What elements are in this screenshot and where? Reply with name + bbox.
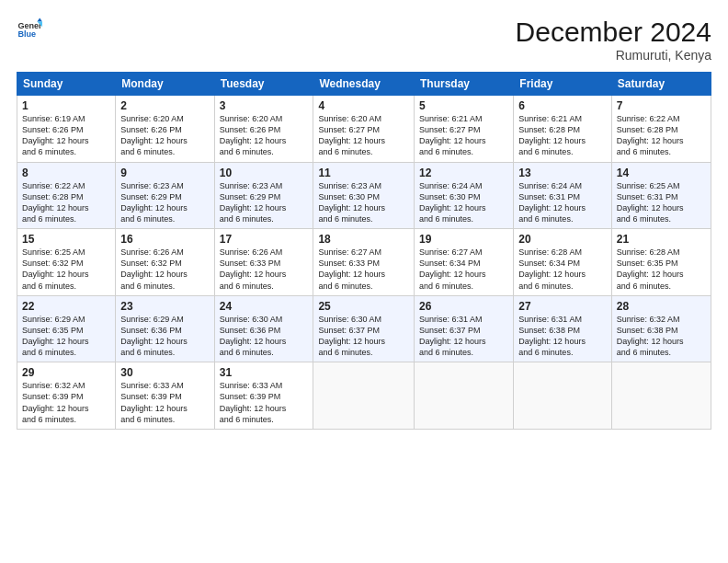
day-number: 6: [518, 99, 607, 112]
sunrise-label: Sunrise: 6:27 AM: [318, 247, 381, 257]
day-info: Sunrise: 6:19 AM Sunset: 6:26 PM Dayligh…: [22, 113, 110, 158]
day-number: 19: [419, 233, 508, 246]
day-number: 24: [220, 300, 309, 313]
table-row: 24 Sunrise: 6:30 AM Sunset: 6:36 PM Dayl…: [214, 295, 313, 362]
day-info: Sunrise: 6:28 AM Sunset: 6:35 PM Dayligh…: [617, 247, 706, 292]
day-info: Sunrise: 6:22 AM Sunset: 6:28 PM Dayligh…: [22, 180, 110, 225]
table-row: [514, 362, 612, 430]
table-row: 8 Sunrise: 6:22 AM Sunset: 6:28 PM Dayli…: [17, 162, 116, 229]
day-number: 31: [220, 366, 309, 379]
sunset-label: Sunset: 6:29 PM: [120, 192, 182, 201]
day-info: Sunrise: 6:31 AM Sunset: 6:37 PM Dayligh…: [419, 314, 508, 359]
sunset-label: Sunset: 6:37 PM: [318, 326, 380, 335]
sunrise-label: Sunrise: 6:31 AM: [518, 315, 582, 324]
table-row: 19 Sunrise: 6:27 AM Sunset: 6:34 PM Dayl…: [415, 229, 514, 296]
svg-marker-2: [37, 17, 42, 21]
table-row: 15 Sunrise: 6:25 AM Sunset: 6:32 PM Dayl…: [17, 229, 116, 296]
table-row: 9 Sunrise: 6:23 AM Sunset: 6:29 PM Dayli…: [116, 162, 214, 229]
logo-icon: General Blue: [17, 17, 42, 42]
day-info: Sunrise: 6:23 AM Sunset: 6:29 PM Dayligh…: [220, 180, 309, 225]
table-row: 23 Sunrise: 6:29 AM Sunset: 6:36 PM Dayl…: [116, 295, 214, 362]
sunset-label: Sunset: 6:32 PM: [22, 259, 84, 268]
sunset-label: Sunset: 6:29 PM: [220, 192, 281, 201]
daylight-label: Daylight: 12 hoursand 6 minutes.: [617, 203, 684, 224]
daylight-label: Daylight: 12 hoursand 6 minutes.: [419, 270, 486, 290]
day-number: 25: [318, 300, 409, 313]
sunset-label: Sunset: 6:38 PM: [518, 326, 580, 335]
table-row: 22 Sunrise: 6:29 AM Sunset: 6:35 PM Dayl…: [17, 295, 116, 362]
daylight-label: Daylight: 12 hoursand 6 minutes.: [518, 337, 586, 357]
sunrise-label: Sunrise: 6:25 AM: [22, 247, 85, 257]
col-sunday: Sunday: [17, 73, 116, 96]
day-number: 17: [220, 233, 309, 246]
table-row: 13 Sunrise: 6:24 AM Sunset: 6:31 PM Dayl…: [514, 162, 612, 229]
daylight-label: Daylight: 12 hoursand 6 minutes.: [220, 270, 287, 290]
table-row: [611, 362, 711, 430]
sunrise-label: Sunrise: 6:23 AM: [120, 181, 184, 190]
day-info: Sunrise: 6:21 AM Sunset: 6:28 PM Dayligh…: [518, 113, 607, 158]
day-number: 30: [120, 366, 209, 379]
table-row: 17 Sunrise: 6:26 AM Sunset: 6:33 PM Dayl…: [214, 229, 313, 296]
table-row: 2 Sunrise: 6:20 AM Sunset: 6:26 PM Dayli…: [116, 96, 214, 163]
table-row: 27 Sunrise: 6:31 AM Sunset: 6:38 PM Dayl…: [514, 295, 612, 362]
day-number: 1: [22, 99, 110, 112]
table-row: 21 Sunrise: 6:28 AM Sunset: 6:35 PM Dayl…: [611, 229, 711, 296]
sunset-label: Sunset: 6:28 PM: [617, 125, 678, 134]
sunset-label: Sunset: 6:34 PM: [518, 259, 580, 268]
sunset-label: Sunset: 6:26 PM: [22, 125, 84, 134]
day-info: Sunrise: 6:21 AM Sunset: 6:27 PM Dayligh…: [419, 113, 508, 158]
svg-text:Blue: Blue: [17, 29, 36, 39]
sunset-label: Sunset: 6:30 PM: [419, 192, 481, 201]
day-info: Sunrise: 6:30 AM Sunset: 6:37 PM Dayligh…: [318, 314, 409, 359]
sunrise-label: Sunrise: 6:29 AM: [22, 315, 85, 324]
daylight-label: Daylight: 12 hoursand 6 minutes.: [419, 136, 486, 156]
day-info: Sunrise: 6:20 AM Sunset: 6:27 PM Dayligh…: [318, 113, 409, 158]
day-info: Sunrise: 6:33 AM Sunset: 6:39 PM Dayligh…: [220, 380, 309, 425]
col-saturday: Saturday: [611, 73, 711, 96]
table-row: 6 Sunrise: 6:21 AM Sunset: 6:28 PM Dayli…: [514, 96, 612, 163]
sunrise-label: Sunrise: 6:22 AM: [22, 181, 85, 190]
sunset-label: Sunset: 6:35 PM: [22, 326, 84, 335]
daylight-label: Daylight: 12 hoursand 6 minutes.: [617, 270, 684, 290]
sunrise-label: Sunrise: 6:26 AM: [120, 247, 184, 257]
sunrise-label: Sunrise: 6:19 AM: [22, 114, 85, 123]
day-info: Sunrise: 6:24 AM Sunset: 6:31 PM Dayligh…: [518, 180, 607, 225]
daylight-label: Daylight: 12 hoursand 6 minutes.: [617, 136, 684, 156]
col-monday: Monday: [116, 73, 214, 96]
sunset-label: Sunset: 6:34 PM: [419, 259, 481, 268]
daylight-label: Daylight: 12 hoursand 6 minutes.: [419, 337, 486, 357]
sunset-label: Sunset: 6:26 PM: [220, 125, 281, 134]
daylight-label: Daylight: 12 hoursand 6 minutes.: [220, 404, 287, 424]
daylight-label: Daylight: 12 hoursand 6 minutes.: [22, 337, 89, 357]
sunset-label: Sunset: 6:36 PM: [220, 326, 281, 335]
day-number: 12: [419, 167, 508, 179]
day-info: Sunrise: 6:31 AM Sunset: 6:38 PM Dayligh…: [518, 314, 607, 359]
sunrise-label: Sunrise: 6:30 AM: [220, 315, 283, 324]
table-row: 7 Sunrise: 6:22 AM Sunset: 6:28 PM Dayli…: [611, 96, 711, 163]
daylight-label: Daylight: 12 hoursand 6 minutes.: [220, 136, 287, 156]
month-title: December 2024: [516, 17, 711, 48]
day-number: 13: [518, 167, 607, 179]
day-number: 20: [518, 233, 607, 246]
sunrise-label: Sunrise: 6:22 AM: [617, 114, 680, 123]
sunrise-label: Sunrise: 6:21 AM: [419, 114, 483, 123]
daylight-label: Daylight: 12 hoursand 6 minutes.: [120, 337, 188, 357]
calendar-table: Sunday Monday Tuesday Wednesday Thursday…: [17, 72, 711, 430]
table-row: 28 Sunrise: 6:32 AM Sunset: 6:38 PM Dayl…: [611, 295, 711, 362]
sunset-label: Sunset: 6:33 PM: [220, 259, 281, 268]
table-row: 20 Sunrise: 6:28 AM Sunset: 6:34 PM Dayl…: [514, 229, 612, 296]
day-info: Sunrise: 6:29 AM Sunset: 6:35 PM Dayligh…: [22, 314, 110, 359]
day-number: 29: [22, 366, 110, 379]
day-number: 9: [120, 167, 209, 179]
day-info: Sunrise: 6:22 AM Sunset: 6:28 PM Dayligh…: [617, 113, 706, 158]
sunset-label: Sunset: 6:28 PM: [22, 192, 84, 201]
day-info: Sunrise: 6:27 AM Sunset: 6:33 PM Dayligh…: [318, 247, 409, 292]
sunset-label: Sunset: 6:28 PM: [518, 125, 580, 134]
daylight-label: Daylight: 12 hoursand 6 minutes.: [120, 270, 188, 290]
sunset-label: Sunset: 6:37 PM: [419, 326, 481, 335]
page: General Blue December 2024 Rumuruti, Ken…: [0, 0, 728, 563]
day-number: 8: [22, 167, 110, 179]
sunset-label: Sunset: 6:26 PM: [120, 125, 182, 134]
sunset-label: Sunset: 6:35 PM: [617, 259, 678, 268]
table-row: 25 Sunrise: 6:30 AM Sunset: 6:37 PM Dayl…: [313, 295, 415, 362]
